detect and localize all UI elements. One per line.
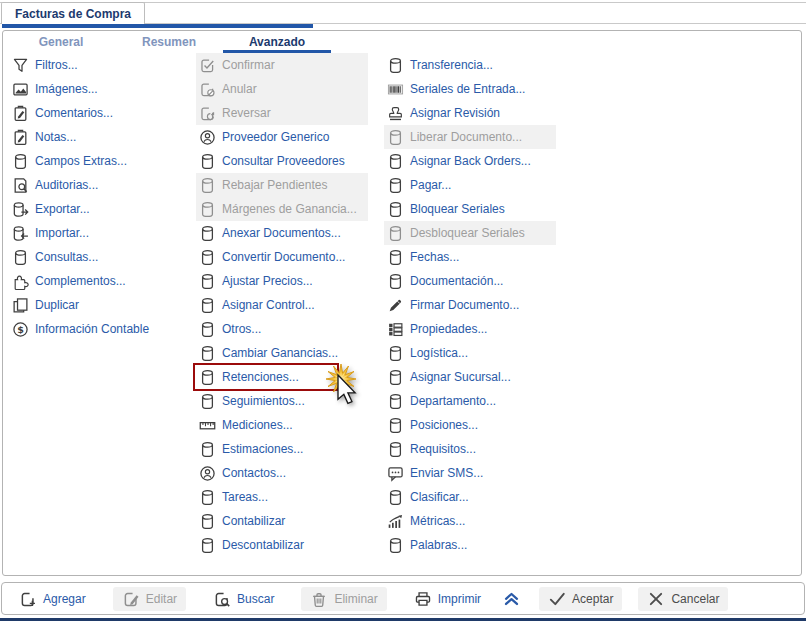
menu-item-asignar-revision[interactable]: Asignar Revisión	[384, 101, 556, 125]
copy-icon	[12, 297, 29, 314]
pen-icon	[387, 297, 404, 314]
menu-item-tareas[interactable]: Tareas...	[196, 485, 368, 509]
menu-item-ajustar-precios[interactable]: Ajustar Precios...	[196, 269, 368, 293]
tab-resumen[interactable]: Resumen	[115, 34, 223, 53]
menu-item-departamento[interactable]: Departamento...	[384, 389, 556, 413]
cylinder-icon	[199, 393, 216, 410]
cylinder-icon	[199, 345, 216, 362]
menu-item-notas[interactable]: Notas...	[9, 125, 181, 149]
menu-item-anular: Anular	[196, 77, 368, 101]
cancelar-button[interactable]: Cancelar	[638, 587, 728, 611]
cylinder-icon	[387, 489, 404, 506]
menu-item-firmar-documento[interactable]: Firmar Documento...	[384, 293, 556, 317]
menu-item-descontabilizar[interactable]: Descontabilizar	[196, 533, 368, 557]
menu-item-campos-extras[interactable]: Campos Extras...	[9, 149, 181, 173]
menu-item-consultar-proveedores[interactable]: Consultar Proveedores	[196, 149, 368, 173]
menu-item-asignar-sucursal[interactable]: Asignar Sucursal...	[384, 365, 556, 389]
puzzle-icon	[12, 273, 29, 290]
cylinder-export-icon	[12, 201, 29, 218]
toolbar-right-group: Aceptar Cancelar	[539, 587, 728, 611]
menu-item-otros[interactable]: Otros...	[196, 317, 368, 341]
menu-item-contabilizar[interactable]: Contabilizar	[196, 509, 368, 533]
menu-item-imagenes[interactable]: Imágenes...	[9, 77, 181, 101]
square-refresh-icon	[199, 105, 216, 122]
menu-item-asignar-control[interactable]: Asignar Control...	[196, 293, 368, 317]
aceptar-button[interactable]: Aceptar	[539, 587, 622, 611]
menu-item-complementos[interactable]: Complementos...	[9, 269, 181, 293]
cylinder-icon	[12, 249, 29, 266]
menu-item-consultas[interactable]: Consultas...	[9, 245, 181, 269]
cylinder-icon	[387, 249, 404, 266]
menu-item-liberar-documento: Liberar Documento...	[384, 125, 556, 149]
menu-item-margenes-de-ganancia: Márgenes de Ganancia...	[196, 197, 368, 221]
svg-text:$: $	[17, 323, 24, 334]
agregar-button[interactable]: Agregar	[10, 587, 95, 611]
menu-item-comentarios[interactable]: Comentarios...	[9, 101, 181, 125]
sub-tab-strip: General Resumen Avanzado	[7, 34, 331, 53]
menu-item-seriales-de-entrada[interactable]: Seriales de Entrada...	[384, 77, 556, 101]
menu-item-bloquear-seriales[interactable]: Bloquear Seriales	[384, 197, 556, 221]
menu-column-left: Filtros... Imágenes... Comentarios... No…	[9, 53, 196, 573]
menu-item-propiedades[interactable]: Propiedades...	[384, 317, 556, 341]
menu-item-cambiar-ganancias[interactable]: Cambiar Ganancias...	[196, 341, 368, 365]
menu-item-pagar[interactable]: Pagar...	[384, 173, 556, 197]
search-square-icon	[213, 590, 231, 608]
menu-item-mediciones[interactable]: Mediciones...	[196, 413, 368, 437]
menu-item-transferencia[interactable]: Transferencia...	[384, 53, 556, 77]
menu-item-reversar: Reversar	[196, 101, 368, 125]
stamp-icon	[387, 105, 404, 122]
menu-item-posiciones[interactable]: Posiciones...	[384, 413, 556, 437]
add-square-icon	[19, 590, 37, 608]
menu-item-asignar-back-orders[interactable]: Asignar Back Orders...	[384, 149, 556, 173]
menu-item-duplicar[interactable]: Duplicar	[9, 293, 181, 317]
check-icon	[548, 590, 566, 608]
click-cursor-icon	[322, 363, 368, 413]
cylinder-icon	[199, 537, 216, 554]
cylinder-icon	[199, 153, 216, 170]
tab-general[interactable]: General	[7, 34, 115, 53]
advanced-options-panel: General Resumen Avanzado Filtros... I	[2, 30, 802, 576]
menu-item-importar[interactable]: Importar...	[9, 221, 181, 245]
menu-item-metricas[interactable]: Métricas...	[384, 509, 556, 533]
grid-icon	[387, 321, 404, 338]
menu-item-clasificar[interactable]: Clasificar...	[384, 485, 556, 509]
command-menu: Filtros... Imágenes... Comentarios... No…	[9, 53, 799, 573]
cylinder-icon	[387, 417, 404, 434]
cylinder-icon	[199, 369, 216, 386]
menu-item-documentacion[interactable]: Documentación...	[384, 269, 556, 293]
cylinder-icon	[199, 297, 216, 314]
menu-item-enviar-sms[interactable]: Enviar SMS...	[384, 461, 556, 485]
menu-item-requisitos[interactable]: Requisitos...	[384, 437, 556, 461]
menu-item-proveedor-generico[interactable]: Proveedor Generico	[196, 125, 368, 149]
person-circle-icon	[199, 465, 216, 482]
menu-item-palabras[interactable]: Palabras...	[384, 533, 556, 557]
menu-item-filtros[interactable]: Filtros...	[9, 53, 181, 77]
cylinder-icon	[387, 177, 404, 194]
menu-item-convertir-documento[interactable]: Convertir Documento...	[196, 245, 368, 269]
sms-icon	[387, 465, 404, 482]
trash-icon	[310, 590, 328, 608]
menu-item-contactos[interactable]: Contactos...	[196, 461, 368, 485]
menu-item-confirmar: Confirmar	[196, 53, 368, 77]
menu-item-auditorias[interactable]: Auditorias...	[9, 173, 181, 197]
menu-item-fechas[interactable]: Fechas...	[384, 245, 556, 269]
imprimir-button[interactable]: Imprimir	[405, 587, 490, 611]
dollar-circle-icon: $	[12, 321, 29, 338]
cylinder-icon	[387, 393, 404, 410]
clipboard-pencil-icon	[12, 105, 29, 122]
chevron-double-up-icon[interactable]	[502, 589, 521, 608]
menu-item-anexar-documentos[interactable]: Anexar Documentos...	[196, 221, 368, 245]
buscar-button[interactable]: Buscar	[204, 587, 283, 611]
menu-item-exportar[interactable]: Exportar...	[9, 197, 181, 221]
menu-column-right: Transferencia... Seriales de Entrada... …	[384, 53, 574, 573]
ruler-icon	[199, 417, 216, 434]
menu-item-logistica[interactable]: Logística...	[384, 341, 556, 365]
menu-item-estimaciones[interactable]: Estimaciones...	[196, 437, 368, 461]
menu-item-informacion-contable[interactable]: $ Información Contable	[9, 317, 181, 341]
editar-button: Editar	[113, 587, 186, 611]
document-search-icon	[12, 177, 29, 194]
tab-facturas-de-compra[interactable]: Facturas de Compra	[1, 2, 145, 24]
tab-avanzado[interactable]: Avanzado	[223, 34, 331, 53]
cylinder-icon	[387, 273, 404, 290]
cylinder-icon	[387, 129, 404, 146]
